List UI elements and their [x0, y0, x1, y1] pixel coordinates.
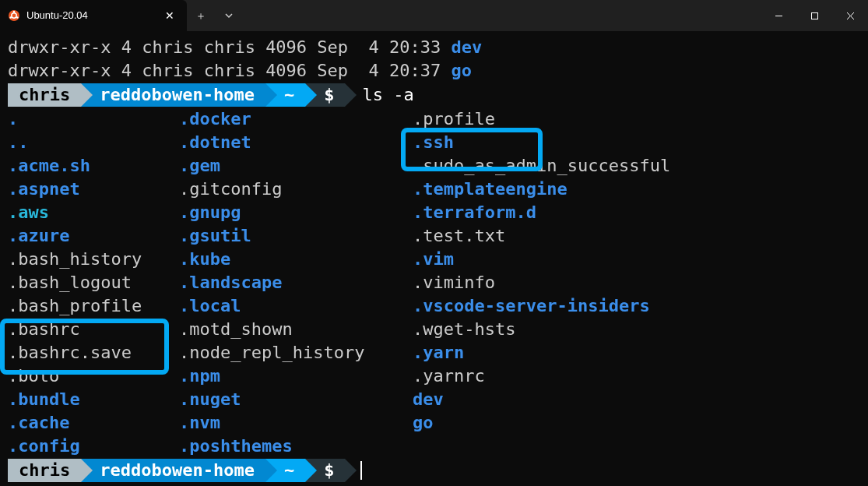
prompt-host-segment: reddobowen-home — [81, 83, 265, 107]
ls-item: .bashrc — [8, 318, 179, 341]
close-button[interactable] — [832, 0, 868, 31]
ls-item: .vim — [413, 248, 860, 271]
ls-long-output: drwxr-xr-x 4 chris chris 4096 Sep 4 20:3… — [8, 36, 860, 83]
ls-item: .aspnet — [8, 178, 179, 201]
ls-item: .bash_history — [8, 248, 179, 271]
ls-item: .docker — [179, 107, 413, 131]
ls-item: .azure — [8, 224, 179, 248]
ls-item: .wget-hsts — [413, 318, 860, 341]
ls-item: .terraform.d — [413, 201, 860, 224]
ls-item: .poshthemes — [179, 435, 413, 458]
tab-title: Ubuntu-20.04 — [26, 4, 154, 27]
ls-item: .nvm — [179, 411, 413, 435]
prompt-line-2: chris reddobowen-home ~ $ — [8, 459, 860, 482]
ls-item: .local — [179, 294, 413, 318]
ls-item: .aws — [8, 201, 179, 224]
ls-item: .acme.sh — [8, 154, 179, 178]
prompt-host-segment: reddobowen-home — [81, 459, 265, 482]
ls-item: .bash_profile — [8, 294, 179, 318]
ls-long-row: drwxr-xr-x 4 chris chris 4096 Sep 4 20:3… — [8, 59, 860, 83]
tab-actions: ＋ — [187, 0, 243, 31]
ls-item: .boto — [8, 364, 179, 388]
ls-item — [413, 435, 860, 458]
ls-item: .yarn — [413, 341, 860, 364]
ls-item: .cache — [8, 411, 179, 435]
ls-item: .landscape — [179, 271, 413, 294]
ls-item: .vscode-server-insiders — [413, 294, 860, 318]
ls-item: dev — [413, 388, 860, 411]
ls-item: .gem — [179, 154, 413, 178]
ls-item: .templateengine — [413, 178, 860, 201]
svg-point-3 — [9, 16, 12, 19]
ls-item: .yarnrc — [413, 364, 860, 388]
ls-item: .viminfo — [413, 271, 860, 294]
ls-item: .dotnet — [179, 131, 413, 154]
svg-point-2 — [13, 11, 16, 13]
ls-item: .profile — [413, 107, 860, 131]
maximize-button[interactable] — [796, 0, 832, 31]
ls-item: .nuget — [179, 388, 413, 411]
ls-item: .node_repl_history — [179, 341, 413, 364]
svg-rect-6 — [811, 12, 817, 19]
ls-item: .gsutil — [179, 224, 413, 248]
active-tab[interactable]: Ubuntu-20.04 ✕ — [0, 0, 187, 31]
ls-item: .config — [8, 435, 179, 458]
ls-item: .ssh — [413, 131, 860, 154]
ls-item: .bash_logout — [8, 271, 179, 294]
ls-item: .bashrc.save — [8, 341, 179, 364]
ls-item: .npm — [179, 364, 413, 388]
ls-item: .gnupg — [179, 201, 413, 224]
ls-item: .motd_shown — [179, 318, 413, 341]
prompt-line-1: chris reddobowen-home ~ $ ls -a — [8, 83, 860, 107]
ls-item: .gitconfig — [179, 178, 413, 201]
ls-item: .test.txt — [413, 224, 860, 248]
ls-item: .kube — [179, 248, 413, 271]
ls-a-output: ..docker.profile...dotnet.ssh.acme.sh.ge… — [8, 107, 860, 458]
ls-item: .bundle — [8, 388, 179, 411]
terminal[interactable]: drwxr-xr-x 4 chris chris 4096 Sep 4 20:3… — [0, 31, 868, 482]
new-tab-button[interactable]: ＋ — [187, 4, 215, 27]
ls-long-row: drwxr-xr-x 4 chris chris 4096 Sep 4 20:3… — [8, 36, 860, 59]
text-cursor — [360, 461, 362, 480]
ls-item: .sudo_as_admin_successful — [413, 154, 860, 178]
ls-item: .. — [8, 131, 179, 154]
titlebar: Ubuntu-20.04 ✕ ＋ — [0, 0, 868, 31]
ls-item: . — [8, 107, 179, 131]
tab-close-button[interactable]: ✕ — [160, 4, 179, 27]
svg-point-4 — [16, 16, 19, 19]
ls-item: go — [413, 411, 860, 435]
window-controls — [761, 0, 868, 31]
minimize-button[interactable] — [761, 0, 796, 31]
prompt-user-segment: chris — [8, 83, 81, 107]
tab-dropdown-button[interactable] — [215, 11, 243, 20]
prompt-user-segment: chris — [8, 459, 81, 482]
ubuntu-icon — [8, 9, 20, 22]
